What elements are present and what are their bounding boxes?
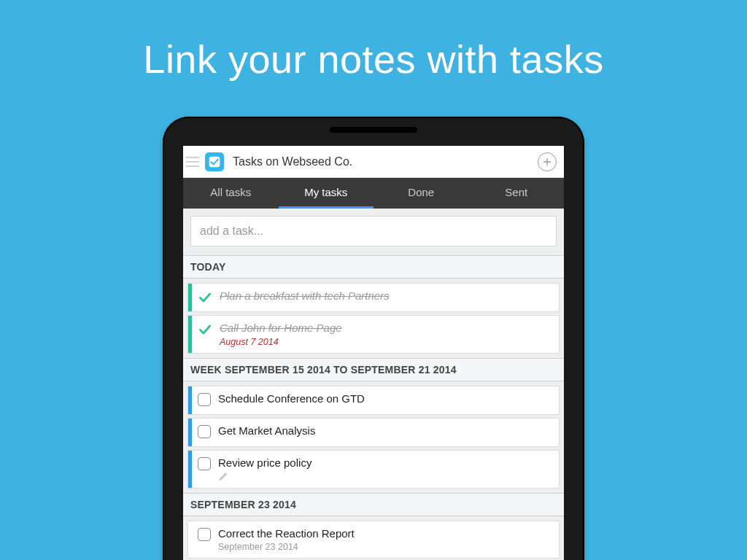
task-subtext: August 7 2014 [220,337,342,347]
section-header-week: WEEK SEPTEMBER 15 2014 TO SEPTEMBER 21 2… [183,358,564,381]
tab-my-tasks[interactable]: My tasks [279,178,374,209]
task-checkbox[interactable] [198,425,211,438]
tab-sent[interactable]: Sent [469,178,565,209]
task-list-week: Schedule Conference on GTD Get Market An… [183,381,564,493]
task-text: Correct the Reaction Report [218,527,355,541]
menu-icon[interactable] [186,157,199,167]
task-text: Schedule Conference on GTD [218,392,365,406]
tab-done[interactable]: Done [374,178,469,209]
task-checkbox[interactable] [198,393,211,406]
device-speaker [330,127,417,133]
task-row[interactable]: Correct the Reaction Report September 23… [187,521,560,559]
task-row[interactable]: Review price policy [187,450,560,489]
add-task-wrap [183,209,564,255]
section-header-sep23: SEPTEMBER 23 2014 [183,493,564,516]
task-row[interactable]: Plan a breakfast with tech Partners [187,283,560,312]
tab-all-tasks[interactable]: All tasks [183,178,279,209]
task-text: Plan a breakfast with tech Partners [220,289,390,303]
add-button[interactable] [538,152,557,171]
add-task-input[interactable] [190,216,557,246]
task-checkbox[interactable] [198,457,211,470]
app-bar: Tasks on Webseed Co. [183,146,564,178]
appbar-title: Tasks on Webseed Co. [230,155,532,168]
task-subtext: September 23 2014 [218,542,355,552]
section-header-today: TODAY [183,255,564,279]
task-text: Call John for Home Page [220,322,342,335]
tabs: All tasks My tasks Done Sent [183,178,564,209]
task-list-sep23: Correct the Reaction Report September 23… [183,516,564,561]
task-text: Get Market Analysis [218,424,315,438]
task-row[interactable]: Call John for Home Page August 7 2014 [187,315,560,354]
task-text: Review price policy [218,456,311,470]
note-icon [218,472,228,482]
task-row[interactable]: Get Market Analysis [187,418,560,447]
app-logo-icon [205,152,224,171]
task-checkbox[interactable] [198,528,211,541]
checkmark-icon[interactable] [198,290,212,305]
checkmark-icon[interactable] [198,322,212,337]
app-screen: Tasks on Webseed Co. All tasks My tasks … [183,146,564,560]
hero-title: Link your notes with tasks [0,36,747,82]
task-row[interactable]: Schedule Conference on GTD [187,386,560,415]
task-list-today: Plan a breakfast with tech Partners Call… [183,279,564,358]
tablet-device: Tasks on Webseed Co. All tasks My tasks … [163,117,584,560]
